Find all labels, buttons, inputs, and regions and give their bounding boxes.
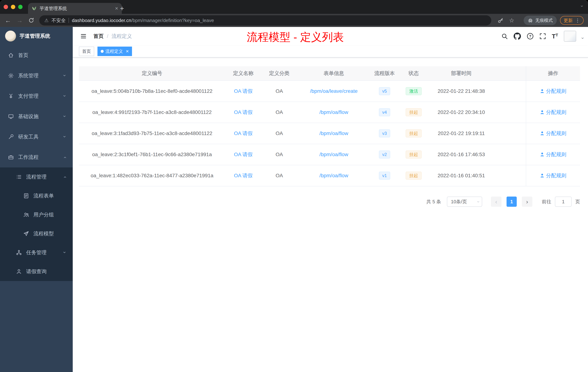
bookmark-star-icon[interactable]: ☆ xyxy=(509,14,514,27)
search-icon[interactable] xyxy=(501,33,508,40)
url-text[interactable]: dashboard.yudao.iocoder.cn/bpm/manager/d… xyxy=(72,18,214,23)
user-avatar[interactable] xyxy=(564,31,576,42)
sidebar-fold-icon[interactable] xyxy=(80,33,87,40)
tab-search-icon[interactable]: › xyxy=(579,5,585,7)
new-tab-button[interactable]: + xyxy=(120,3,124,14)
close-icon[interactable]: × xyxy=(126,49,129,54)
form-link[interactable]: /bpm/oa/flow xyxy=(319,173,348,178)
tag-home[interactable]: 首页 xyxy=(79,47,94,56)
maximize-window-button[interactable] xyxy=(18,5,22,9)
sidebar-item-process-management[interactable]: 流程管理 › xyxy=(0,167,73,186)
yen-icon xyxy=(8,93,14,99)
column-header: 定义编号 xyxy=(79,66,225,80)
breadcrumb-separator: / xyxy=(107,33,108,39)
status-badge: 挂起 xyxy=(406,129,422,137)
sidebar: 芋道管理系统 首页 系统管理 › 支付管理 › xyxy=(0,27,73,372)
org-tree-icon xyxy=(16,250,22,255)
form-link[interactable]: /bpm/oa/flow xyxy=(319,109,348,115)
definition-category: OA xyxy=(262,123,297,144)
sidebar-item-home[interactable]: 首页 xyxy=(0,45,73,66)
minimize-window-button[interactable] xyxy=(11,5,15,9)
sidebar-item-label: 流程表单 xyxy=(33,192,54,199)
incognito-badge: 无痕模式 xyxy=(524,16,557,25)
sidebar-item-infrastructure[interactable]: 基础设施 › xyxy=(0,106,73,127)
definition-name-link[interactable]: OA 请假 xyxy=(234,151,253,158)
help-icon[interactable]: ? xyxy=(527,33,534,40)
next-page-button[interactable]: › xyxy=(522,197,532,207)
tag-process-definition[interactable]: 流程定义 × xyxy=(97,47,132,56)
reload-icon[interactable] xyxy=(27,14,36,27)
status-badge: 挂起 xyxy=(406,108,422,116)
table-row: oa_leave:5:004b710b-7b8a-11ec-8ef0-acde4… xyxy=(79,81,580,102)
breadcrumb-current: 流程定义 xyxy=(112,33,132,40)
incognito-icon xyxy=(528,18,533,23)
avatar-caret-icon[interactable]: › xyxy=(580,37,586,39)
definition-name-link[interactable]: OA 请假 xyxy=(234,172,253,179)
user-icon xyxy=(16,269,22,274)
sidebar-item-task-management[interactable]: 任务管理 › xyxy=(0,243,73,262)
password-key-icon[interactable] xyxy=(497,14,504,27)
page-number-button[interactable]: 1 xyxy=(506,197,517,207)
workflow-submenu: 流程管理 › 流程表单 用户分组 xyxy=(0,167,73,281)
sidebar-item-user-group[interactable]: 用户分组 xyxy=(0,205,73,224)
active-dot-icon xyxy=(101,50,104,53)
assign-rule-link[interactable]: 分配规则 xyxy=(540,172,566,179)
definition-category: OA xyxy=(262,102,297,123)
sidebar-item-system[interactable]: 系统管理 › xyxy=(0,66,73,86)
list-icon xyxy=(16,174,22,180)
definition-name-link[interactable]: OA 请假 xyxy=(234,130,253,137)
sidebar-item-leave-query[interactable]: 请假查询 xyxy=(0,262,73,281)
sidebar-item-workflow[interactable]: 工作流程 › xyxy=(0,147,73,167)
github-icon[interactable] xyxy=(514,33,521,40)
browser-menu-icon[interactable]: ⋮ xyxy=(575,18,580,23)
browser-tabstrip: 芋道管理系统 × + › xyxy=(0,0,588,14)
assign-rule-link[interactable]: 分配规则 xyxy=(540,88,566,95)
fullscreen-icon[interactable] xyxy=(539,33,546,40)
browser-update-button[interactable]: 更新 ⋮ xyxy=(560,16,584,25)
close-tab-icon[interactable]: × xyxy=(115,6,118,11)
form-link[interactable]: /bpm/oa/leave/create xyxy=(310,88,358,94)
cell-spacer xyxy=(494,81,526,101)
deploy-time: 2022-01-22 21:48:38 xyxy=(429,81,494,101)
tag-label: 首页 xyxy=(82,48,91,54)
sidebar-item-label: 首页 xyxy=(18,52,28,59)
deploy-time: 2022-01-22 19:19:11 xyxy=(429,123,494,144)
cell-spacer xyxy=(494,165,526,186)
forward-icon[interactable]: → xyxy=(15,14,24,27)
tag-label: 流程定义 xyxy=(105,48,123,54)
sidebar-item-dev-tools[interactable]: 研发工具 › xyxy=(0,127,73,147)
sidebar-item-label: 支付管理 xyxy=(18,93,39,99)
version-badge: v3 xyxy=(379,129,390,137)
sidebar-item-payment[interactable]: 支付管理 › xyxy=(0,86,73,106)
browser-tab[interactable]: 芋道管理系统 × xyxy=(28,3,122,14)
close-window-button[interactable] xyxy=(4,5,8,9)
sidebar-item-process-model[interactable]: 流程模型 xyxy=(0,224,73,243)
form-link[interactable]: /bpm/oa/flow xyxy=(319,131,348,136)
back-icon[interactable]: ← xyxy=(4,14,12,27)
brand-name: 芋道管理系统 xyxy=(20,33,50,40)
table-row: oa_leave:2:3c1f0ef1-76b1-11ec-9c66-a2380… xyxy=(79,144,580,165)
sidebar-item-process-form[interactable]: 流程表单 xyxy=(0,186,73,205)
address-bar[interactable]: ⚠ 不安全 dashboard.yudao.iocoder.cn/bpm/man… xyxy=(39,15,491,25)
home-icon xyxy=(8,52,14,58)
incognito-label: 无痕模式 xyxy=(535,17,553,23)
assign-rule-link[interactable]: 分配规则 xyxy=(540,109,566,116)
status-badge: 挂起 xyxy=(406,172,422,180)
assign-rule-link[interactable]: 分配规则 xyxy=(540,151,566,158)
users-icon xyxy=(23,212,29,218)
font-size-icon[interactable]: TT xyxy=(552,33,558,39)
assign-rule-link[interactable]: 分配规则 xyxy=(540,130,566,137)
gear-icon xyxy=(8,73,14,79)
brand[interactable]: 芋道管理系统 xyxy=(0,27,73,45)
column-spacer xyxy=(494,66,526,80)
goto-page-input[interactable] xyxy=(555,197,572,207)
page-size-select[interactable]: 10条/页 › xyxy=(447,197,482,207)
definition-name-link[interactable]: OA 请假 xyxy=(234,88,253,95)
form-icon xyxy=(23,193,29,199)
definition-name-link[interactable]: OA 请假 xyxy=(234,109,253,116)
form-link[interactable]: /bpm/oa/flow xyxy=(319,152,348,157)
breadcrumb-home[interactable]: 首页 xyxy=(94,33,104,40)
prev-page-button[interactable]: ‹ xyxy=(491,197,502,207)
sidebar-item-label: 请假查询 xyxy=(26,268,47,275)
security-label[interactable]: 不安全 xyxy=(52,17,66,24)
